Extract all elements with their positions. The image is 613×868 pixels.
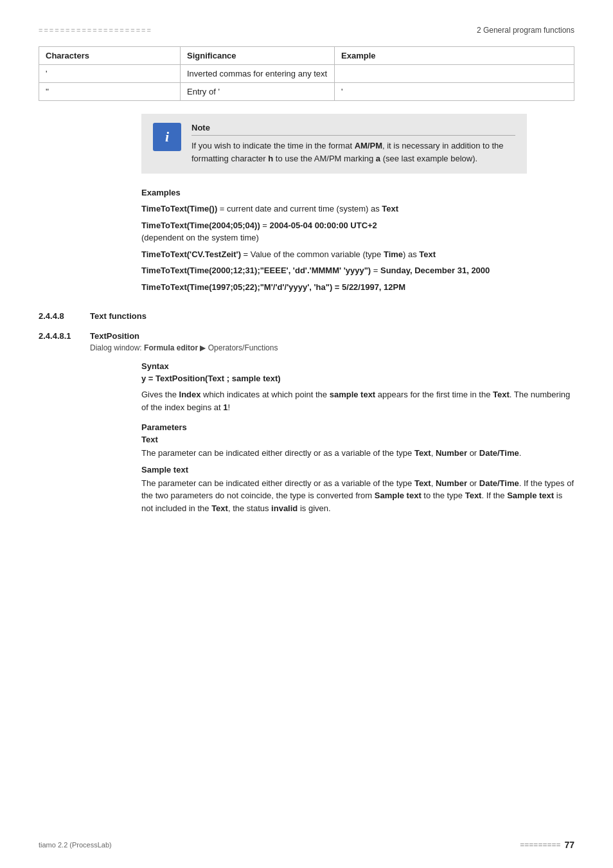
footer-decoration: ========= xyxy=(520,840,560,849)
example-code-1: TimeToText(Time()) xyxy=(141,204,217,213)
table-row: ' Inverted commas for entering any text xyxy=(39,65,574,83)
section-2481-num: 2.4.4.8.1 xyxy=(39,331,90,341)
col-header-characters: Characters xyxy=(39,47,181,65)
syntax-line: y = TextPosition(Text ; sample text) xyxy=(141,374,574,383)
section-2481: 2.4.4.8.1 TextPosition xyxy=(39,331,574,341)
characters-table: Characters Significance Example ' Invert… xyxy=(39,46,574,101)
example-cell-2: ' xyxy=(335,83,574,101)
col-header-example: Example xyxy=(335,47,574,65)
syntax-label: Syntax xyxy=(141,361,574,371)
section-248-title: Text functions xyxy=(90,311,147,321)
col-header-significance: Significance xyxy=(181,47,335,65)
footer: tiamo 2.2 (ProcessLab) ========= 77 xyxy=(39,840,574,850)
note-box: i Note If you wish to indicate the time … xyxy=(141,114,527,174)
char-cell-2: '' xyxy=(39,83,181,101)
examples-section: Examples TimeToText(Time()) = current da… xyxy=(141,188,574,293)
footer-page-area: ========= 77 xyxy=(520,840,574,850)
note-content: Note If you wish to indicate the time in… xyxy=(191,123,515,165)
example-cell-1 xyxy=(335,65,574,83)
example-line-5: TimeToText(Time(1997;05;22);"M'/'d'/'yyy… xyxy=(141,281,574,294)
dialog-window-line: Dialog window: Formula editor ▶ Operator… xyxy=(90,343,574,352)
note-title: Note xyxy=(191,123,515,136)
syntax-description: Gives the Index which indicates at which… xyxy=(141,388,574,413)
textposition-content: Syntax y = TextPosition(Text ; sample te… xyxy=(141,361,574,514)
top-bar-section: 2 General program functions xyxy=(477,26,574,35)
example-line-2: TimeToText(Time(2004;05;04)) = 2004-05-0… xyxy=(141,219,574,244)
top-bar-decoration: ===================== xyxy=(39,26,152,34)
section-248: 2.4.4.8 Text functions xyxy=(39,311,574,321)
sample-text-param-desc: The parameter can be indicated either di… xyxy=(141,477,574,515)
significance-cell-2: Entry of ' xyxy=(181,83,335,101)
footer-product: tiamo 2.2 (ProcessLab) xyxy=(39,841,112,849)
info-icon: i xyxy=(165,129,169,145)
sample-text-param-title: Sample text xyxy=(141,465,574,475)
text-param-title: Text xyxy=(141,435,574,444)
note-text: If you wish to indicate the time in the … xyxy=(191,140,515,165)
text-param-desc: The parameter can be indicated either di… xyxy=(141,447,574,460)
example-line-4: TimeToText(Time(2000;12;31);"EEEE', 'dd'… xyxy=(141,264,574,277)
note-icon-box: i xyxy=(153,123,181,151)
char-cell-1: ' xyxy=(39,65,181,83)
example-line-3: TimeToText('CV.TestZeit') = Value of the… xyxy=(141,248,574,261)
examples-label: Examples xyxy=(141,188,574,197)
top-bar: ===================== 2 General program … xyxy=(39,26,574,35)
significance-cell-1: Inverted commas for entering any text xyxy=(181,65,335,83)
table-row: '' Entry of ' ' xyxy=(39,83,574,101)
example-line-1: TimeToText(Time()) = current date and cu… xyxy=(141,203,574,215)
section-2481-title: TextPosition xyxy=(90,331,139,341)
parameters-label: Parameters xyxy=(141,422,574,432)
footer-page-number: 77 xyxy=(564,840,574,850)
section-248-num: 2.4.4.8 xyxy=(39,311,90,321)
